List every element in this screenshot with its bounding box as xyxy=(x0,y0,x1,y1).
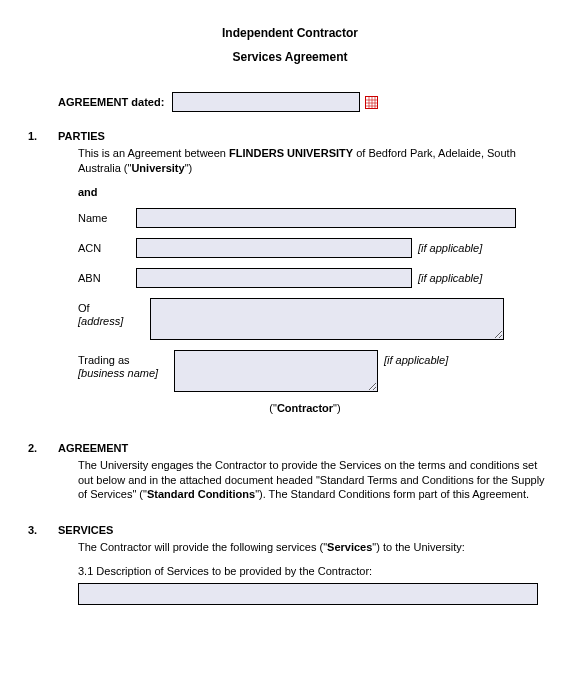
parties-intro-text-c: ") xyxy=(185,162,193,174)
services-sub-row: 3.1 Description of Services to be provid… xyxy=(78,565,552,577)
row-acn: ACN [if applicable] xyxy=(78,238,552,258)
input-address[interactable] xyxy=(150,298,504,340)
row-trading: Trading as [business name] [if applicabl… xyxy=(78,350,552,392)
parties-intro-text-a: This is an Agreement between xyxy=(78,147,229,159)
heading-parties: PARTIES xyxy=(58,130,552,142)
contractor-open: (" xyxy=(269,402,277,414)
services-text-bold: Services xyxy=(327,541,372,553)
parties-and: and xyxy=(78,186,552,198)
heading-services: SERVICES xyxy=(58,524,552,536)
calendar-icon[interactable] xyxy=(364,95,378,109)
label-trading-hint: [business name] xyxy=(78,367,158,379)
title-line-2: Services Agreement xyxy=(28,50,552,64)
agreement-text-b: "). The Standard Conditions form part of… xyxy=(255,488,529,500)
parties-intro-bold2: University xyxy=(131,162,184,174)
agreement-text-bold: Standard Conditions xyxy=(147,488,255,500)
heading-agreement: AGREEMENT xyxy=(58,442,552,454)
input-services-description[interactable] xyxy=(78,583,538,605)
label-of-address: Of [address] xyxy=(78,298,136,328)
title-line-1: Independent Contractor xyxy=(28,26,552,40)
parties-intro: This is an Agreement between FLINDERS UN… xyxy=(78,146,552,176)
section-body-services: SERVICES The Contractor will provide the… xyxy=(58,524,552,605)
section-agreement: 2. AGREEMENT The University engages the … xyxy=(28,442,552,511)
label-abn: ABN xyxy=(78,268,136,285)
section-parties: 1. PARTIES This is an Agreement between … xyxy=(28,130,552,428)
services-sub-num: 3.1 xyxy=(78,565,93,577)
row-abn: ABN [if applicable] xyxy=(78,268,552,288)
contractor-word: Contractor xyxy=(277,402,333,414)
label-acn: ACN xyxy=(78,238,136,255)
abn-if-applicable: [if applicable] xyxy=(418,268,482,284)
agreement-dated-label: AGREEMENT dated: xyxy=(58,96,164,108)
contractor-close: ") xyxy=(333,402,341,414)
page: Independent Contractor Services Agreemen… xyxy=(0,0,580,619)
section-services: 3. SERVICES The Contractor will provide … xyxy=(28,524,552,605)
section-number-3: 3. xyxy=(28,524,58,605)
input-acn[interactable] xyxy=(136,238,412,258)
section-number-2: 2. xyxy=(28,442,58,511)
section-number-1: 1. xyxy=(28,130,58,428)
agreement-date-input[interactable] xyxy=(172,92,360,112)
row-name: Name xyxy=(78,208,552,228)
parties-intro-bold1: FLINDERS UNIVERSITY xyxy=(229,147,353,159)
services-text: The Contractor will provide the followin… xyxy=(78,540,552,555)
contractor-fields: Name ACN [if applicable] ABN [if applica… xyxy=(78,208,552,392)
services-sub-text: Description of Services to be provided b… xyxy=(96,565,372,577)
services-text-b: ") to the University: xyxy=(372,541,465,553)
input-name[interactable] xyxy=(136,208,516,228)
section-body-parties: PARTIES This is an Agreement between FLI… xyxy=(58,130,552,428)
label-of: Of xyxy=(78,302,90,314)
services-text-a: The Contractor will provide the followin… xyxy=(78,541,327,553)
svg-rect-0 xyxy=(365,96,377,108)
label-trading-text: Trading as xyxy=(78,354,130,366)
row-address: Of [address] xyxy=(78,298,552,340)
input-trading[interactable] xyxy=(174,350,378,392)
label-name: Name xyxy=(78,208,136,225)
trading-if-applicable: [if applicable] xyxy=(384,350,448,366)
agreement-dated-row: AGREEMENT dated: xyxy=(58,92,552,112)
label-trading: Trading as [business name] xyxy=(78,350,170,380)
contractor-label-line: ("Contractor") xyxy=(58,402,552,414)
agreement-text: The University engages the Contractor to… xyxy=(78,458,552,503)
section-body-agreement: AGREEMENT The University engages the Con… xyxy=(58,442,552,511)
input-abn[interactable] xyxy=(136,268,412,288)
date-field-wrap xyxy=(172,92,378,112)
title-block: Independent Contractor Services Agreemen… xyxy=(28,26,552,64)
acn-if-applicable: [if applicable] xyxy=(418,238,482,254)
label-address-hint: [address] xyxy=(78,315,123,327)
